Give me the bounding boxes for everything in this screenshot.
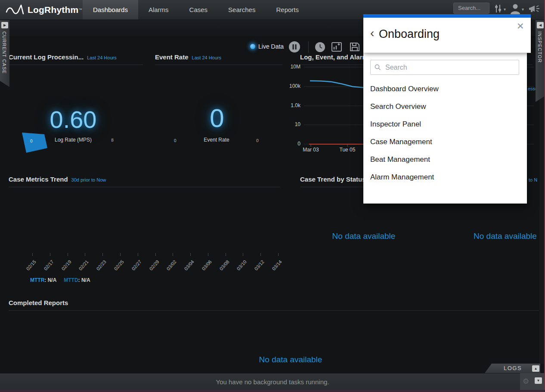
user-profile-icon[interactable]	[510, 3, 521, 14]
logrhythm-wave-icon	[5, 3, 24, 16]
y-axis-tick-label: 10M	[288, 64, 300, 70]
date-tick-label: 03/14	[265, 259, 283, 278]
axis-tick	[50, 253, 50, 256]
settings-gear-icon[interactable]: ⚙	[523, 377, 529, 386]
date-tick-label: 02/21	[72, 259, 90, 278]
background-tasks-status: You have no background tasks running.	[0, 373, 545, 390]
widget-header-case-metrics: Case Metrics Trend 30d prior to Now	[9, 176, 280, 187]
date-tick-label: 02/17	[37, 259, 55, 278]
date-tick-label: 02/29	[142, 259, 160, 278]
y-axis-tick-label: 0	[288, 141, 300, 147]
logrhythm-app: LogRhythm ™ DashboardsAlarmsCasesSearche…	[0, 0, 545, 392]
date-tick-label: 02/25	[107, 259, 125, 278]
date-tick-label: 03/04	[177, 259, 195, 278]
widget-title: Case Metrics Trend	[9, 176, 68, 183]
nav-tab[interactable]: Dashboards	[83, 0, 138, 19]
onboarding-panel-accent-bar	[363, 14, 531, 18]
logs-collapse-down-button[interactable]: ▼	[535, 377, 542, 384]
clipped-subtitle-fragment: to N	[529, 177, 537, 182]
widget-header-completed-reports: Completed Reports	[9, 299, 539, 311]
event-rate-gauge-label: Event Rate	[195, 137, 238, 143]
mttr-value: : N/A	[44, 277, 56, 283]
date-tick-label: 02/15	[19, 259, 37, 278]
case-metrics-annotations: MTTR: N/A MTTD: N/A	[30, 277, 90, 283]
filters-chevron-down-icon[interactable]: ▾	[504, 7, 506, 12]
inspector-tab[interactable]: ◀ INSPECTOR	[536, 20, 545, 102]
user-chevron-down-icon[interactable]: ▾	[522, 7, 524, 12]
axis-tick	[68, 253, 68, 256]
axis-tick	[155, 253, 156, 256]
live-data-indicator-icon	[250, 44, 255, 49]
logs-expand-up-button[interactable]: ▲	[532, 365, 539, 372]
onboarding-menu-item[interactable]: Inspector Panel	[363, 115, 527, 133]
onboarding-menu-item[interactable]: Alarm Management	[363, 168, 527, 186]
onboarding-panel-header: ‹ Onboarding ✕	[363, 18, 531, 53]
right-widget-empty-state: No data available	[474, 231, 539, 241]
current-case-tab-label: CURRENT CASE	[2, 31, 7, 74]
nav-tab[interactable]: Cases	[179, 0, 218, 19]
onboarding-menu-item[interactable]: Case Management	[363, 133, 527, 151]
current-case-tab[interactable]: ▶ CURRENT CASE	[0, 20, 9, 87]
mttd-value: : N/A	[78, 277, 90, 283]
axis-tick	[102, 253, 103, 256]
logrhythm-logo[interactable]: LogRhythm ™	[0, 0, 83, 19]
log-rate-gauge-label: Log Rate (MPS)	[46, 137, 100, 143]
log-rate-gauge-needle	[19, 128, 53, 155]
date-tick-label: 02/27	[125, 259, 142, 278]
date-tick-label: 02/19	[54, 259, 72, 278]
date-tick-label: 03/08	[213, 259, 230, 278]
gauge-max-label: 8	[111, 137, 114, 142]
expand-left-arrow-icon[interactable]: ◀	[537, 22, 544, 28]
completed-reports-empty-state: No data available	[256, 355, 325, 364]
axis-tick	[208, 253, 208, 256]
global-search-input[interactable]: Search...	[453, 3, 489, 14]
inspector-tab-label: INSPECTOR	[537, 31, 542, 63]
widget-title: Case Trend by Status	[300, 176, 366, 183]
save-dashboard-button[interactable]	[350, 42, 360, 52]
back-chevron-icon[interactable]: ‹	[370, 27, 374, 39]
y-axis-tick-label: 100k	[288, 83, 300, 89]
onboarding-menu: Dashboard OverviewSearch OverviewInspect…	[363, 80, 527, 186]
axis-tick	[32, 253, 33, 256]
axis-tick	[138, 253, 138, 256]
nav-tab[interactable]: Searches	[218, 0, 266, 19]
window-edge-bottom	[0, 390, 545, 392]
date-tick-label: 03/10	[230, 259, 248, 278]
date-tick-label: 03/06	[195, 259, 213, 278]
onboarding-menu-item[interactable]: Beat Management	[363, 151, 527, 168]
onboarding-panel-title: Onboarding	[379, 28, 440, 41]
onboarding-menu-item[interactable]: Search Overview	[363, 98, 527, 115]
nav-tab[interactable]: Reports	[266, 0, 309, 19]
axis-tick	[190, 253, 191, 256]
onboarding-panel-body: Dashboard OverviewSearch OverviewInspect…	[363, 52, 527, 204]
announcements-megaphone-icon[interactable]	[529, 4, 541, 14]
widget-title: Log, Event, and Alarm	[300, 53, 368, 61]
add-widget-button[interactable]	[331, 42, 342, 52]
mttr-label: MTTR	[30, 277, 44, 283]
widget-header-event-rate: Event Rate Last 24 Hours	[155, 53, 282, 65]
date-tick-label: 02/23	[90, 259, 107, 278]
brand-trademark: ™	[78, 8, 82, 12]
time-range-clock-button[interactable]	[315, 42, 325, 52]
date-tick-label: 03/02	[160, 259, 177, 278]
onboarding-menu-item[interactable]: Dashboard Overview	[363, 80, 527, 98]
toolbar-divider	[308, 41, 309, 53]
gauge-max-label: 0	[256, 138, 259, 143]
event-rate-gauge-value: 0	[201, 103, 232, 133]
pause-button[interactable]	[288, 41, 300, 53]
gauge-min-label: 0	[173, 138, 177, 143]
axis-tick	[173, 253, 173, 256]
search-icon	[375, 64, 381, 71]
axis-tick	[278, 253, 279, 256]
axis-tick	[226, 253, 226, 256]
live-data-label: Live Data	[258, 43, 284, 50]
filters-sliders-icon[interactable]	[493, 4, 503, 13]
onboarding-search-input[interactable]	[370, 60, 519, 75]
expand-right-arrow-icon[interactable]: ▶	[1, 22, 8, 28]
nav-tabs: DashboardsAlarmsCasesSearchesReports	[83, 0, 309, 19]
y-axis-tick-label: 10	[288, 121, 300, 127]
widget-header-log-processing: Current Log Processin... Last 24 Hours	[9, 53, 143, 65]
nav-tab[interactable]: Alarms	[138, 0, 179, 19]
widget-subtitle: Last 24 Hours	[87, 55, 116, 60]
close-icon[interactable]: ✕	[517, 21, 524, 31]
